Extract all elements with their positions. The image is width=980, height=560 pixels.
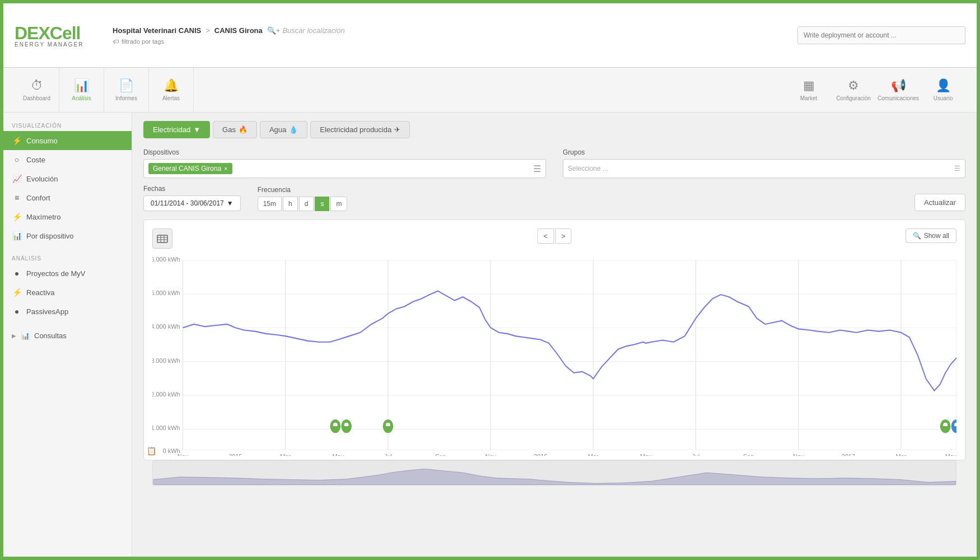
logo-subtitle: ENERGY MANAGER <box>15 41 101 48</box>
date-range-button[interactable]: 01/11/2014 - 30/06/2017 ▼ <box>143 195 241 211</box>
sidebar-item-proyectos[interactable]: ● Proyectos de MyV <box>3 264 132 283</box>
chart-minimap[interactable] <box>152 460 956 486</box>
svg-text:Sep: Sep <box>435 453 446 456</box>
sidebar-item-consumo[interactable]: ⚡ Consumo <box>3 131 132 150</box>
por-dispositivo-icon: 📊 <box>12 231 22 240</box>
sidebar-item-por-dispositivo[interactable]: 📊 Por dispositivo <box>3 226 132 245</box>
device-tag-close[interactable]: × <box>224 165 227 172</box>
header-search-area <box>797 26 965 44</box>
sidebar-item-evolucion[interactable]: 📈 Evolución <box>3 169 132 188</box>
passives-icon: ● <box>12 307 22 316</box>
nav-configuracion[interactable]: ⚙ Configuración <box>831 68 876 113</box>
freq-btn-d[interactable]: d <box>299 197 314 211</box>
sidebar-consultas-label: Consultas <box>34 332 67 340</box>
chart-bottom-icon: 📋 <box>147 446 156 455</box>
breadcrumb: Hospital Veterinari CANIS > CANIS Girona… <box>113 26 786 45</box>
sidebar-maximetro-label: Maxímetro <box>26 213 60 221</box>
fechas-label: Fechas <box>143 185 241 193</box>
chart-prev-button[interactable]: < <box>537 228 554 244</box>
grupos-menu-icon[interactable]: ☰ <box>954 165 960 172</box>
confort-icon: ≡ <box>12 193 22 202</box>
actualizar-button[interactable]: Actualizar <box>914 194 965 211</box>
svg-text:May: May <box>332 453 344 456</box>
nav-comunicaciones-label: Comunicaciones <box>878 95 919 101</box>
freq-btn-m[interactable]: m <box>330 197 347 211</box>
search-location-button[interactable]: 🔍+ Buscar localización <box>267 26 345 35</box>
tab-gas[interactable]: Gas 🔥 <box>213 121 257 138</box>
frequency-buttons: 15m h d s m <box>258 197 348 211</box>
svg-text:Jul: Jul <box>384 453 392 456</box>
sidebar-coste-label: Coste <box>26 156 45 164</box>
dispositivos-menu-icon[interactable]: ☰ <box>533 164 541 174</box>
deployment-search-input[interactable] <box>797 26 965 44</box>
evolucion-icon: 📈 <box>12 174 22 183</box>
main-content: Electricidad ▼ Gas 🔥 Agua 💧 Electricidad… <box>132 113 977 557</box>
sidebar-item-consultas[interactable]: ▶ 📊 Consultas <box>3 326 132 345</box>
agua-label: Agua <box>269 125 286 134</box>
tab-agua[interactable]: Agua 💧 <box>260 121 307 138</box>
consultas-bar-icon: 📊 <box>21 332 30 340</box>
main-chart-svg: 6.000 kWh 5.000 kWh 4.000 kWh 3.000 kWh … <box>152 254 956 456</box>
analisis-icon: 📊 <box>74 78 89 93</box>
informes-icon: 📄 <box>119 78 134 93</box>
show-all-button[interactable]: 🔍 Show all <box>906 228 956 243</box>
freq-btn-15m[interactable]: 15m <box>258 197 282 211</box>
electricidad-icon: ▼ <box>193 125 200 134</box>
svg-text:Nov: Nov <box>793 453 804 456</box>
usuario-icon: 👤 <box>936 78 951 93</box>
chart-next-button[interactable]: > <box>555 228 572 244</box>
sidebar-item-passives[interactable]: ● PassivesApp <box>3 302 132 321</box>
nav-usuario-label: Usuario <box>934 95 953 101</box>
svg-text:1.000 kWh: 1.000 kWh <box>152 424 180 431</box>
nav-informes[interactable]: 📄 Informes <box>104 68 149 113</box>
comunicaciones-icon: 📢 <box>891 78 906 93</box>
svg-text:2015: 2015 <box>228 453 242 456</box>
dispositivos-label: Dispositivos <box>143 148 546 156</box>
freq-btn-s[interactable]: s <box>315 197 329 211</box>
frecuencia-label: Frecuencia <box>258 186 348 194</box>
svg-rect-0 <box>157 235 167 242</box>
device-tag-label: General CANIS Girona <box>153 165 221 172</box>
nav-market-label: Market <box>800 95 818 101</box>
sidebar-confort-label: Confort <box>26 194 50 202</box>
dispositivos-group: Dispositivos General CANIS Girona × ☰ <box>143 148 546 178</box>
sidebar-item-confort[interactable]: ≡ Confort <box>3 188 132 207</box>
tab-electricidad-producida[interactable]: Electricidad producida ✈ <box>310 121 410 138</box>
nav-market[interactable]: ▦ Market <box>786 68 831 113</box>
nav-alertas-label: Alertas <box>162 95 180 101</box>
sidebar-item-coste[interactable]: ○ Coste <box>3 150 132 169</box>
svg-text:3.000 kWh: 3.000 kWh <box>152 357 180 363</box>
svg-text:May: May <box>945 453 956 456</box>
breadcrumb-hospital[interactable]: Hospital Veterinari CANIS <box>113 26 201 35</box>
nav-configuracion-label: Configuración <box>836 95 871 101</box>
tab-electricidad[interactable]: Electricidad ▼ <box>143 121 210 138</box>
consumo-icon: ⚡ <box>12 136 22 145</box>
breadcrumb-location[interactable]: CANIS Girona <box>214 26 263 35</box>
sidebar-evolucion-label: Evolución <box>26 175 58 183</box>
gas-label: Gas <box>222 125 236 134</box>
tag-icon: 🏷 <box>113 38 119 45</box>
nav-informes-label: Informes <box>115 95 137 101</box>
nav-comunicaciones[interactable]: 📢 Comunicaciones <box>876 68 921 113</box>
device-tag-general: General CANIS Girona × <box>148 163 232 174</box>
svg-text:Sep: Sep <box>743 453 754 456</box>
sidebar-item-reactiva[interactable]: ⚡ Reactiva <box>3 283 132 302</box>
chart-nav-arrows: < > <box>537 228 571 244</box>
solar-panel-icon[interactable] <box>152 228 172 249</box>
filters-row: Dispositivos General CANIS Girona × ☰ Gr… <box>143 148 965 178</box>
nav-usuario[interactable]: 👤 Usuario <box>921 68 965 113</box>
svg-text:6.000 kWh: 6.000 kWh <box>152 255 180 262</box>
svg-text:5.000 kWh: 5.000 kWh <box>152 290 180 296</box>
grupos-select[interactable]: Seleccione ... ☰ <box>563 159 965 178</box>
nav-analisis[interactable]: 📊 Análisis <box>59 68 104 113</box>
freq-btn-h[interactable]: h <box>283 197 298 211</box>
gas-icon: 🔥 <box>239 125 248 134</box>
elec-producida-icon: ✈ <box>394 125 400 134</box>
visualizacion-section-title: VISUALIZACIÓN <box>3 118 132 131</box>
sidebar-item-maximetro[interactable]: ⚡ Maxímetro <box>3 207 132 226</box>
nav-alertas[interactable]: 🔔 Alertas <box>149 68 194 113</box>
svg-text:Nov: Nov <box>178 453 189 456</box>
grupos-placeholder: Seleccione ... <box>568 165 608 172</box>
dispositivos-select[interactable]: General CANIS Girona × ☰ <box>143 159 546 178</box>
nav-dashboard[interactable]: ⏱ Dashboard <box>15 68 59 113</box>
